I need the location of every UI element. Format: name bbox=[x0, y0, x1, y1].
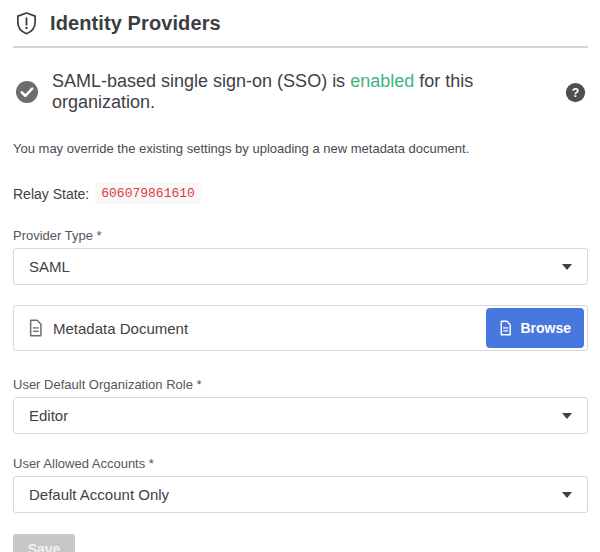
metadata-upload-field[interactable]: Metadata Document Browse bbox=[13, 305, 588, 351]
page-title: Identity Providers bbox=[50, 12, 221, 35]
chevron-down-icon bbox=[562, 492, 572, 498]
allowed-accounts-value: Default Account Only bbox=[29, 486, 169, 503]
svg-text:?: ? bbox=[572, 85, 579, 99]
browse-button[interactable]: Browse bbox=[486, 308, 584, 348]
status-text-before: SAML-based single sign-on (SSO) is bbox=[52, 71, 350, 91]
provider-type-group: Provider Type * SAML bbox=[13, 228, 588, 285]
save-button[interactable]: Save bbox=[13, 534, 75, 552]
allowed-accounts-select[interactable]: Default Account Only bbox=[13, 476, 588, 513]
default-role-select[interactable]: Editor bbox=[13, 397, 588, 434]
browse-button-label: Browse bbox=[520, 320, 571, 336]
relay-state-row: Relay State: 606079861610 bbox=[13, 183, 588, 204]
shield-exclamation-icon bbox=[15, 11, 38, 36]
chevron-down-icon bbox=[562, 413, 572, 419]
sso-status-text: SAML-based single sign-on (SSO) is enabl… bbox=[52, 71, 552, 113]
relay-state-value: 606079861610 bbox=[95, 183, 201, 204]
relay-state-label: Relay State: bbox=[13, 186, 89, 202]
default-role-label: User Default Organization Role * bbox=[13, 377, 588, 392]
provider-type-select[interactable]: SAML bbox=[13, 248, 588, 285]
question-circle-icon[interactable]: ? bbox=[565, 82, 586, 103]
metadata-placeholder: Metadata Document bbox=[53, 320, 188, 337]
allowed-accounts-label: User Allowed Accounts * bbox=[13, 456, 588, 471]
file-document-icon bbox=[499, 320, 512, 336]
provider-type-value: SAML bbox=[29, 258, 70, 275]
sso-enabled-highlight: enabled bbox=[350, 71, 414, 91]
default-role-group: User Default Organization Role * Editor bbox=[13, 377, 588, 434]
page-header: Identity Providers bbox=[13, 0, 588, 48]
identity-providers-page: Identity Providers SAML-based single sig… bbox=[0, 0, 600, 552]
override-description: You may override the existing settings b… bbox=[13, 141, 588, 156]
chevron-down-icon bbox=[562, 264, 572, 270]
file-document-icon bbox=[28, 319, 43, 337]
default-role-value: Editor bbox=[29, 407, 68, 424]
provider-type-label: Provider Type * bbox=[13, 228, 588, 243]
sso-status-row: SAML-based single sign-on (SSO) is enabl… bbox=[13, 71, 588, 113]
check-circle-icon bbox=[15, 80, 39, 104]
allowed-accounts-group: User Allowed Accounts * Default Account … bbox=[13, 456, 588, 513]
